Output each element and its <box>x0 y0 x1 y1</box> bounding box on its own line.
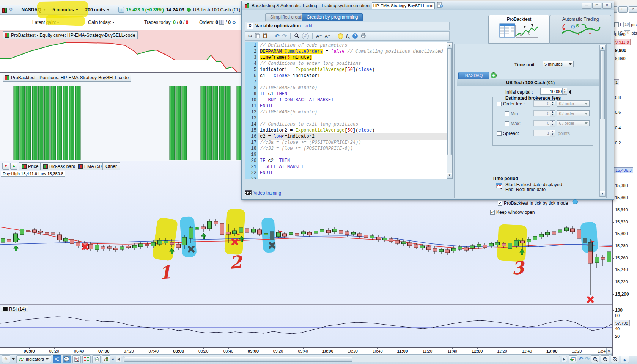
draw-tool-icon[interactable]: ✎ <box>2 355 10 363</box>
code-line[interactable]: 20IF c2 THEN <box>245 158 452 164</box>
spread-checkbox[interactable] <box>497 131 502 136</box>
panel-scrollbar[interactable]: ▲ ▼ <box>599 45 606 197</box>
scroll-up-icon[interactable]: ▲ <box>600 45 605 51</box>
code-line[interactable]: 13 <box>245 115 452 121</box>
hint-icon[interactable] <box>338 33 343 39</box>
code-line[interactable]: 12//TIMEFRAME(5 minute) <box>245 109 452 115</box>
units-dropdown[interactable]: 200 units <box>83 6 112 14</box>
spread-spinner[interactable]: ▲▼ <box>550 130 555 137</box>
tab-probacktest[interactable]: ProBacktest <box>488 15 550 44</box>
wrench-icon[interactable]: ⚒ <box>247 23 253 29</box>
code-line[interactable]: 14// Conditions to exit long positions <box>245 121 452 127</box>
code-line[interactable]: 22ENDIF <box>245 170 452 176</box>
font-smaller-icon[interactable]: A⁻ <box>316 33 322 39</box>
time-axis-more-button[interactable]: » <box>606 348 612 354</box>
legend-tab-price[interactable]: Price <box>19 162 41 170</box>
screenshot-icon[interactable] <box>92 355 101 363</box>
fee-checkbox[interactable] <box>505 111 509 116</box>
tab-creation-by-programming[interactable]: Creation by programming <box>302 13 363 21</box>
long-pts-input[interactable]: 10 <box>623 22 630 27</box>
doc-help-icon[interactable]: ? <box>437 2 443 9</box>
fee-input[interactable] <box>533 100 551 107</box>
code-line[interactable]: 17//c3a = (close >= (POSITIONPRICE+24)) <box>245 140 452 146</box>
keep-open-checkbox[interactable] <box>490 210 495 215</box>
copy-icon[interactable] <box>255 33 260 39</box>
dialog-close-button[interactable]: × <box>602 3 612 9</box>
cut-icon[interactable]: ✂ <box>248 33 252 39</box>
code-line[interactable]: 1// Definition of code parameters <box>245 42 452 49</box>
video-training-link[interactable]: Video training <box>253 190 281 196</box>
code-line[interactable]: 21 SELL AT MARKET <box>245 164 452 170</box>
add-market-icon[interactable]: + <box>491 72 497 78</box>
chart-type-icon[interactable] <box>2 7 7 13</box>
font-larger-icon[interactable]: A⁺ <box>325 33 331 39</box>
legend-tab-bidask[interactable]: Bid-Ask band <box>40 162 79 170</box>
strategy-name-input[interactable] <box>372 2 435 9</box>
capital-spinner[interactable]: ▲▼ <box>562 88 567 95</box>
code-line[interactable]: 5indicator1 = ExponentialAverage[50](clo… <box>245 67 452 73</box>
fee-input[interactable] <box>533 110 551 116</box>
panel-scrollbar-thumb[interactable] <box>600 50 605 119</box>
code-line[interactable]: 23 <box>245 176 452 179</box>
hscrollbar-thumb[interactable] <box>124 357 352 362</box>
share-icon[interactable] <box>53 355 61 363</box>
code-line[interactable]: 9IF c1 THEN <box>245 91 452 97</box>
code-line[interactable]: 6c1 = close>=indicator1 <box>245 73 452 79</box>
redo-icon[interactable]: ↷ <box>282 33 287 39</box>
help-icon[interactable]: ? <box>352 33 358 39</box>
code-line[interactable]: 11ENDIF <box>245 103 452 109</box>
initial-capital-input[interactable] <box>540 88 563 95</box>
dialog-titlebar[interactable]: Backtesting & Automatic Trading - Tradin… <box>242 1 614 10</box>
calendar-icon[interactable] <box>495 182 503 190</box>
code-line[interactable]: 4// Conditions to enter long positions <box>245 61 452 67</box>
undo-icon[interactable]: ↶ <box>579 356 584 362</box>
search-icon[interactable] <box>294 33 299 39</box>
info-icon[interactable]: i <box>118 7 124 13</box>
fee-input[interactable] <box>533 120 551 126</box>
fee-unit-select[interactable]: € / order <box>557 100 590 107</box>
tab-automatic-trading[interactable]: Automatic Trading ⚙⚙ <box>550 15 611 44</box>
long-checkbox[interactable] <box>614 22 619 27</box>
orderbook-icon[interactable] <box>82 355 91 363</box>
pin-icon[interactable]: ⚲ <box>9 7 13 13</box>
maximize-button[interactable]: □ <box>618 6 628 13</box>
scroll-right-icon[interactable]: ▶ <box>562 356 567 362</box>
scroll-down-icon[interactable]: ▼ <box>447 173 452 179</box>
add-variable-link[interactable]: add <box>305 23 312 28</box>
undo-icon[interactable]: ↶ <box>275 33 280 39</box>
tick-mode-bubble-icon[interactable] <box>572 199 578 206</box>
time-unit-select[interactable]: 5 minutes <box>543 61 574 67</box>
positions-panel-label[interactable]: ProBacktest - Positions: HP-EMA-Strategy… <box>3 74 131 82</box>
fee-unit-select[interactable]: € / order <box>557 120 590 126</box>
fee-spinner[interactable]: ▲▼ <box>550 120 555 127</box>
scroll-up-icon[interactable]: ▲ <box>447 43 452 49</box>
chevron-down-icon[interactable] <box>12 358 15 360</box>
code-line[interactable]: 15indicator2 = ExponentialAverage[50](cl… <box>245 127 452 133</box>
orders-grid-icon[interactable] <box>219 20 224 25</box>
zoom-out-icon[interactable] <box>601 355 609 363</box>
code-line[interactable]: 18//c32 = (low <= (POSITIONPRICE-6)) <box>245 146 452 152</box>
rsi-panel-label[interactable]: RSI (14) <box>1 306 28 312</box>
redo-icon[interactable]: ↷ <box>585 356 590 362</box>
dialog-maximize-button[interactable]: □ <box>592 3 601 9</box>
news-icon[interactable] <box>72 355 81 363</box>
scroll-left-icon[interactable]: ◀ <box>116 356 121 362</box>
tick-mode-checkbox[interactable] <box>498 201 502 206</box>
fee-checkbox[interactable] <box>497 102 502 106</box>
indicators-button[interactable]: Indicators <box>16 355 51 363</box>
code-line[interactable]: 8//TIMEFRAME(5 minute) <box>245 85 452 91</box>
sell-button[interactable]: ▼ <box>2 163 9 170</box>
timeframe-dropdown[interactable]: 5 minutes <box>50 6 81 14</box>
spread-input[interactable] <box>533 130 551 136</box>
legend-tab-ema[interactable]: EMA (50) <box>75 162 106 170</box>
fee-spinner[interactable]: ▲▼ <box>550 110 555 117</box>
fee-unit-select[interactable]: € / order <box>557 110 590 116</box>
paste-icon[interactable] <box>263 33 267 39</box>
market-tab-nasdaq[interactable]: NASDAQ <box>458 72 489 79</box>
code-scrollbar-thumb[interactable] <box>447 48 452 155</box>
code-line[interactable]: 3timeframe(5 minute) <box>245 55 452 61</box>
goto-date-icon[interactable] <box>569 355 577 363</box>
print-icon[interactable] <box>360 33 366 39</box>
dialog-minimize-button[interactable]: ─ <box>582 3 591 9</box>
close-button[interactable]: × <box>629 6 637 13</box>
